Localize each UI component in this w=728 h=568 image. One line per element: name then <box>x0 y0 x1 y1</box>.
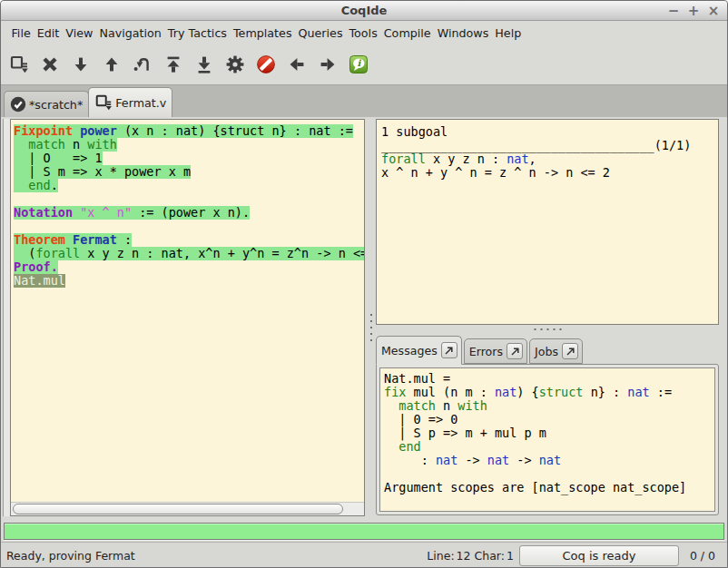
fully-check-icon <box>225 54 245 74</box>
vertical-splitter[interactable] <box>366 117 376 520</box>
previous-occurrence-icon <box>287 54 307 74</box>
script-horizontal-scrollbar[interactable] <box>11 502 364 515</box>
next-occurrence-button[interactable] <box>312 48 343 81</box>
code-line: | S m => x * power x m <box>14 165 364 179</box>
line-label: Line: <box>427 549 454 563</box>
proof-pane: 1 subgoal_______________________________… <box>376 117 727 520</box>
about-icon: i <box>349 54 369 74</box>
coq-status-button[interactable]: Coq is ready <box>519 545 679 566</box>
code-line: : nat -> nat -> nat <box>384 454 714 467</box>
interrupt-button[interactable] <box>251 48 281 81</box>
menu-item-help[interactable]: Help <box>493 23 523 44</box>
script-left-gutter <box>3 119 10 516</box>
menu-item-edit[interactable]: Edit <box>35 23 62 44</box>
window-title: CoqIde <box>1 4 727 17</box>
code-line: | S p => m + mul p m <box>384 426 714 440</box>
code-line <box>14 192 364 206</box>
code-line: fix mul (n m : nat) {struct n} : nat := <box>384 386 714 399</box>
code-line <box>384 467 714 481</box>
code-line: Argument scopes are [nat_scope nat_scope… <box>384 481 714 495</box>
unsaved-buffer-icon <box>94 93 113 112</box>
code-line: | 0 => 0 <box>384 413 714 426</box>
detach-messages-button[interactable] <box>441 342 457 358</box>
toolbar: i <box>1 44 727 84</box>
run-to-end-button[interactable] <box>189 48 220 81</box>
menu-item-windows[interactable]: Windows <box>436 23 491 44</box>
messages-tabbar: MessagesErrorsJobs <box>376 335 719 364</box>
go-to-cursor-icon <box>133 54 152 74</box>
tab-label: Errors <box>469 345 503 358</box>
script-editor-frame: Fixpoint power (x n : nat) {struct n} : … <box>10 119 365 516</box>
menu-item-templates[interactable]: Templates <box>231 23 294 44</box>
go-to-cursor-button[interactable] <box>127 48 158 81</box>
status-message: Ready, proving Fermat <box>1 549 427 563</box>
code-line: (forall x y z n : nat, x^n + y^n = z^n -… <box>14 247 364 260</box>
menu-item-navigation[interactable]: Navigation <box>97 23 162 44</box>
script-pane: Fixpoint power (x n : nat) {struct n} : … <box>1 117 366 520</box>
main-area: Fixpoint power (x n : nat) {struct n} : … <box>1 117 727 520</box>
menu-item-try-tactics[interactable]: Try Tactics <box>166 23 229 44</box>
splitter-grip-icon <box>532 328 564 330</box>
code-line: _____________________________________(1/… <box>381 139 718 152</box>
forward-step-button[interactable] <box>65 48 96 81</box>
code-line: | O => 1 <box>14 152 364 165</box>
backward-step-icon <box>102 54 122 74</box>
tab-scratch[interactable]: *scratch* <box>4 91 89 117</box>
titlebar[interactable]: CoqIde − + × <box>1 1 727 21</box>
detach-errors-button[interactable] <box>507 343 523 359</box>
char-label: Char: <box>475 549 505 563</box>
scrollbar-thumb[interactable] <box>13 504 343 514</box>
script-editor[interactable]: Fixpoint power (x n : nat) {struct n} : … <box>11 120 364 502</box>
about-button[interactable]: i <box>343 48 374 81</box>
detach-icon <box>510 347 520 357</box>
menu-item-view[interactable]: View <box>64 23 94 44</box>
code-line: Fixpoint power (x n : nat) {struct n} : … <box>14 124 364 138</box>
code-line: Proof. <box>14 260 364 274</box>
minimize-icon[interactable]: − <box>664 2 684 20</box>
coqide-window: CoqIde − + × FileEditViewNavigationTry T… <box>0 0 728 568</box>
previous-occurrence-button[interactable] <box>281 48 312 81</box>
tab-label: Messages <box>381 344 438 357</box>
coq-status-label: Coq is ready <box>562 549 635 563</box>
line-value: 12 <box>457 549 471 563</box>
fully-check-button[interactable] <box>220 48 251 81</box>
interrupt-icon <box>256 54 276 74</box>
menu-item-tools[interactable]: Tools <box>348 23 379 44</box>
buffer-tabstrip: *scratch*Fermat.v <box>1 84 727 117</box>
tab-label: Jobs <box>535 345 558 358</box>
horizontal-splitter[interactable] <box>376 325 719 335</box>
messages-body: Nat.mul =fix mul (n m : nat) {struct n} … <box>376 364 719 515</box>
restart-icon <box>163 54 183 74</box>
code-line: Nat.mul <box>14 274 364 288</box>
goal-panel[interactable]: 1 subgoal_______________________________… <box>376 119 719 325</box>
close-icon[interactable]: × <box>703 2 723 20</box>
save-buffer-button[interactable] <box>4 48 34 81</box>
code-line: Notation "x ^ n" := (power x n). <box>14 206 364 220</box>
check-circle-icon <box>10 96 26 113</box>
tab-messages[interactable]: Messages <box>376 336 462 365</box>
next-occurrence-icon <box>318 54 338 74</box>
code-line: match n with <box>14 138 364 152</box>
code-line: forall x y z n : nat, <box>381 152 718 166</box>
detach-jobs-button[interactable] <box>562 343 578 359</box>
tab-errors[interactable]: Errors <box>464 338 527 364</box>
menu-item-queries[interactable]: Queries <box>297 23 345 44</box>
tab-label: *scratch* <box>29 98 83 112</box>
code-line: match n with <box>384 399 714 413</box>
messages-panel[interactable]: Nat.mul =fix mul (n m : nat) {struct n} … <box>379 367 715 512</box>
code-line: Nat.mul = <box>384 372 714 386</box>
maximize-icon[interactable]: + <box>684 2 703 20</box>
close-buffer-icon <box>40 54 60 74</box>
tab-fermat-v[interactable]: Fermat.v <box>88 87 172 117</box>
window-controls: − + × <box>664 1 723 21</box>
forward-step-icon <box>71 54 91 74</box>
restart-button[interactable] <box>158 48 189 81</box>
splitter-grip-icon <box>370 309 372 346</box>
menu-item-compile[interactable]: Compile <box>382 23 433 44</box>
tab-jobs[interactable]: Jobs <box>529 338 583 364</box>
detach-icon <box>444 346 454 356</box>
backward-step-button[interactable] <box>96 48 127 81</box>
menubar: FileEditViewNavigationTry TacticsTemplat… <box>1 21 727 44</box>
menu-item-file[interactable]: File <box>10 23 33 44</box>
close-buffer-button[interactable] <box>34 48 65 81</box>
